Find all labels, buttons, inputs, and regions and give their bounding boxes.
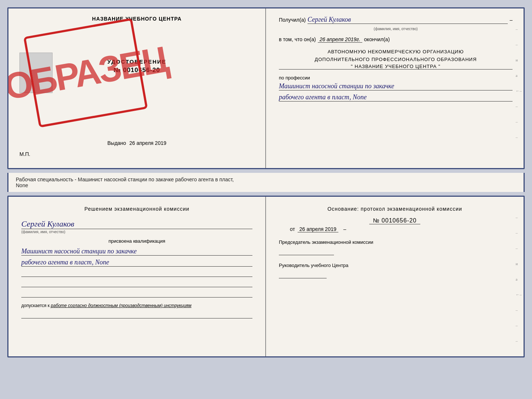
profession-line1: Машинист насосной станции по закачке [279,82,513,90]
vydano-label: Выдано [107,140,126,146]
допускается-label: допускается к [21,303,50,308]
udostoverenie-title: УДОСТОВЕРЕНИЕ [107,58,166,65]
osnование-title: Основание: протокол экзаменационной коми… [279,206,511,212]
certificate-bottom: Решением экзаменационной комиссии Сергей… [7,196,525,357]
date-line: в том, что он(а) 26 апреля 2019г. окончи… [279,36,513,43]
separator-line1: Рабочая специальность - Машинист насосно… [16,177,234,182]
center-title-top: НАЗВАНИЕ УЧЕБНОГО ЦЕНТРА [92,16,182,22]
org-name: " НАЗВАНИЕ УЧЕБНОГО ЦЕНТРА " [279,64,513,70]
certificate-top: НАЗВАНИЕ УЧЕБНОГО ЦЕНТРА ОБРАЗЕЦ УДОСТОВ… [7,7,525,169]
certificate-right: Получил(а) Сергей Кулаков – (фамилия, им… [266,8,524,168]
profession-block: по профессии Машинист насосной станции п… [279,75,513,101]
chairman-signature [279,248,334,255]
org-line1: АВТОНОМНУЮ НЕКОММЕРЧЕСКУЮ ОРГАНИЗАЦИЮ [279,48,513,56]
bottom-left: Решением экзаменационной комиссии Сергей… [8,197,266,356]
vydano-line: Выдано 26 апреля 2019 [8,140,265,146]
fio-hint-bottom: (фамилия, имя, отчество) [21,230,252,234]
допускается-value: работе согласно должностным (производств… [51,303,191,308]
profession-line2: рабочего агента в пласт, None [279,93,513,101]
udostoverenie-number: № 0010656-20 [107,67,166,74]
signature-line3 [21,290,252,298]
chairman-block: Председатель экзаменационной комиссии [279,239,511,255]
org-line2: ДОПОЛНИТЕЛЬНОГО ПРОФЕССИОНАЛЬНОГО ОБРАЗО… [279,56,513,64]
date-value: 26 апреля 2019г. [318,36,362,43]
udostoverenie-block: УДОСТОВЕРЕНИЕ № 0010656-20 [107,58,166,74]
date-prefix: от [290,226,295,232]
dash1: – [510,17,513,23]
dash-date: – [343,226,346,232]
signature-line2 [21,280,252,287]
mp-line: М.П. [19,151,30,157]
separator-line2: None [16,182,28,188]
signature-line4 [21,311,252,318]
commission-title: Решением экзаменационной комиссии [21,206,252,212]
fio-hint-top: (фамилия, имя, отчество) [279,27,513,31]
profession-label: по профессии [279,75,513,81]
org-block: АВТОНОМНУЮ НЕКОММЕРЧЕСКУЮ ОРГАНИЗАЦИЮ ДО… [279,48,513,70]
recipient-name: Сергей Кулаков [308,16,508,24]
right-margin-marks: – – и а ←– – – – [516,27,522,139]
qualification-line2: рабочего агента в пласт, None [21,259,252,267]
date-label: в том, что он(а) [279,36,316,42]
руководитель-signature [279,271,327,278]
recipient-label: Получил(а) [279,17,306,23]
photo-placeholder [19,53,53,93]
recipient-line: Получил(а) Сергей Кулаков – [279,16,513,24]
допускается-block: допускается к работе согласно должностны… [21,303,252,308]
qualification-line1: Машинист насосной станции по закачке [21,247,252,256]
bottom-right: Основание: протокол экзаменационной коми… [266,197,524,356]
qualification-label: присвоена квалификация [21,238,252,244]
руководитель-label: Руководитель учебного Центра [279,263,511,268]
separator-text: Рабочая специальность - Машинист насосно… [7,173,525,192]
person-name-large: Сергей Кулаков [21,219,252,229]
signature-line1 [21,270,252,277]
vydano-date: 26 апреля 2019 [129,140,166,146]
certificate-left: НАЗВАНИЕ УЧЕБНОГО ЦЕНТРА ОБРАЗЕЦ УДОСТОВ… [8,8,266,168]
protocol-number: № 0010656-20 [369,217,420,224]
right-margin-marks-bottom: – – – и а ←– – – – [516,215,522,343]
protocol-date-value: 26 апреля 2019 [298,226,338,232]
page-wrapper: НАЗВАНИЕ УЧЕБНОГО ЦЕНТРА ОБРАЗЕЦ УДОСТОВ… [7,7,525,357]
protocol-date: от 26 апреля 2019 – [279,226,511,232]
okончил-label: окончил(а) [364,36,390,42]
chairman-label: Председатель экзаменационной комиссии [279,239,511,245]
protocol-number-block: № 0010656-20 [279,217,511,226]
руководитель-block: Руководитель учебного Центра [279,263,511,278]
